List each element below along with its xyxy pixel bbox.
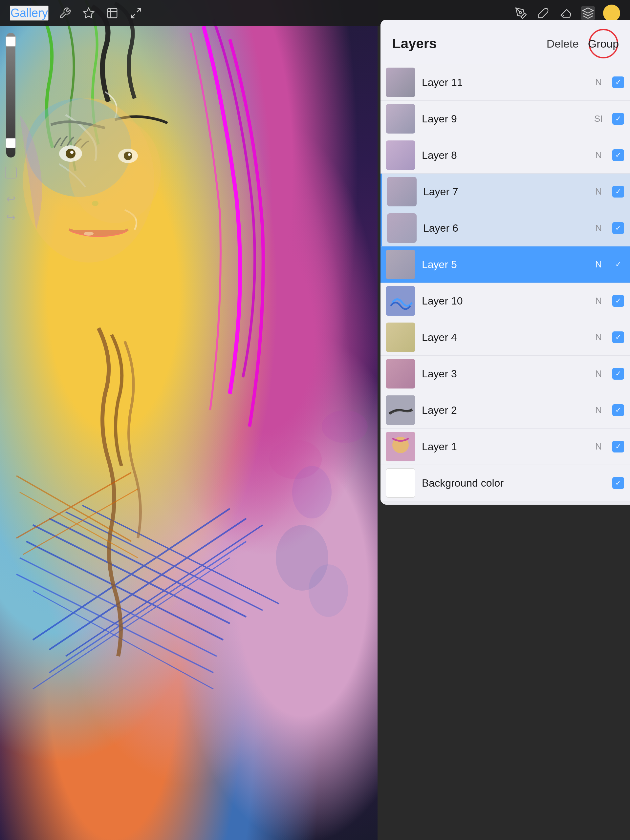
layer-name-background: Background color: [422, 477, 592, 489]
layer-row-layer10[interactable]: Layer 10N✓: [380, 283, 630, 319]
svg-point-36: [519, 11, 521, 13]
layer-blend-layer11: N: [592, 77, 605, 88]
layer-name-layer11: Layer 11: [422, 76, 592, 88]
layer-name-layer8: Layer 8: [422, 149, 592, 161]
layer-name-layer1: Layer 1: [422, 441, 592, 453]
layer-name-layer10: Layer 10: [422, 295, 592, 307]
header-actions: Delete Group: [547, 29, 618, 58]
layer-thumb-layer8: [386, 141, 415, 170]
layer-thumb-layer2: [386, 395, 415, 425]
gallery-button[interactable]: Gallery: [10, 6, 49, 21]
layer-blend-layer9: SI: [592, 114, 605, 124]
layer-visibility-layer5[interactable]: ✓: [612, 258, 625, 271]
left-sidebar: ↩ ↪: [0, 26, 21, 224]
layer-name-layer3: Layer 3: [422, 368, 592, 380]
opacity-slider[interactable]: [6, 33, 16, 158]
layer-row-layer11[interactable]: Layer 11N✓: [380, 64, 630, 101]
layer-row-layer9[interactable]: Layer 9SI✓: [380, 101, 630, 137]
layer-name-layer5: Layer 5: [422, 259, 592, 271]
layer-row-layer2[interactable]: Layer 2N✓: [380, 392, 630, 428]
artwork: [0, 0, 378, 840]
eraser-tool[interactable]: [559, 6, 573, 21]
toolbar-left: Gallery: [10, 6, 143, 21]
layer-blend-layer3: N: [592, 368, 605, 379]
brush-tool[interactable]: [514, 6, 528, 21]
layers-panel: Layers Delete Group Layer 11N✓Layer 9SI✓…: [380, 20, 630, 505]
layer-visibility-layer4[interactable]: ✓: [612, 331, 625, 344]
undo-button[interactable]: ↩: [4, 192, 18, 206]
svg-marker-37: [583, 8, 593, 13]
layer-thumb-layer9: [386, 104, 415, 134]
layers-list: Layer 11N✓Layer 9SI✓Layer 8N✓Layer 7N✓La…: [380, 64, 630, 501]
layer-thumb-layer4: [386, 322, 415, 352]
wrench-tool[interactable]: [58, 6, 72, 21]
layer-visibility-layer6[interactable]: ✓: [612, 221, 625, 235]
layer-blend-layer10: N: [592, 296, 605, 306]
layer-row-layer3[interactable]: Layer 3N✓: [380, 356, 630, 392]
layer-thumb-layer1: [386, 432, 415, 461]
colors-tool[interactable]: [603, 5, 620, 22]
layer-thumb-layer7: [387, 177, 416, 206]
redo-button[interactable]: ↪: [4, 210, 18, 224]
undo-redo-group: ↩ ↪: [4, 192, 18, 224]
layer-visibility-layer7[interactable]: ✓: [612, 185, 625, 198]
layer-name-layer7: Layer 7: [423, 186, 592, 198]
layer-blend-layer1: N: [592, 441, 605, 452]
toolbar-right: [514, 5, 620, 22]
layer-row-layer4[interactable]: Layer 4N✓: [380, 319, 630, 356]
layer-row-layer1[interactable]: Layer 1N✓: [380, 428, 630, 465]
svg-marker-33: [83, 8, 94, 18]
layer-visibility-background[interactable]: ✓: [612, 477, 625, 489]
layer-thumb-layer3: [386, 359, 415, 388]
layer-blend-layer2: N: [592, 405, 605, 415]
layers-header: Layers Delete Group: [380, 20, 630, 64]
opacity-thumb[interactable]: [6, 36, 16, 47]
selection-tool[interactable]: [105, 6, 119, 21]
layers-title: Layers: [392, 36, 437, 52]
layer-row-layer7[interactable]: Layer 7N✓: [380, 174, 630, 210]
layer-thumb-background: [386, 468, 415, 498]
layers-tool[interactable]: [581, 6, 595, 21]
layer-blend-layer8: N: [592, 150, 605, 161]
modifier-checkbox[interactable]: [5, 167, 17, 178]
layer-name-layer6: Layer 6: [423, 222, 592, 234]
svg-line-35: [131, 14, 135, 18]
layer-thumb-layer6: [387, 213, 416, 243]
transform-tool[interactable]: [129, 6, 143, 21]
layer-thumb-layer10: [386, 286, 415, 316]
layer-thumb-layer11: [386, 68, 415, 97]
layer-name-layer9: Layer 9: [422, 113, 592, 125]
layer-row-layer8[interactable]: Layer 8N✓: [380, 137, 630, 174]
smudge-tool[interactable]: [536, 6, 551, 21]
layer-visibility-layer8[interactable]: ✓: [612, 148, 625, 162]
layer-blend-layer6: N: [592, 223, 605, 233]
layer-row-layer5[interactable]: Layer 5N✓: [380, 246, 630, 283]
layer-blend-layer7: N: [592, 186, 605, 197]
layer-visibility-layer1[interactable]: ✓: [612, 440, 625, 453]
layer-blend-layer5: N: [592, 259, 605, 270]
size-thumb[interactable]: [6, 138, 16, 148]
layer-visibility-layer3[interactable]: ✓: [612, 367, 625, 380]
layer-blend-layer4: N: [592, 332, 605, 343]
svg-line-34: [137, 8, 141, 12]
delete-button[interactable]: Delete: [547, 38, 579, 50]
layer-visibility-layer9[interactable]: ✓: [612, 112, 625, 125]
layer-name-layer4: Layer 4: [422, 332, 592, 344]
group-button[interactable]: Group: [589, 29, 618, 58]
opacity-slider-container: [5, 33, 17, 178]
layer-row-background[interactable]: Background color✓: [380, 465, 630, 501]
layer-row-layer6[interactable]: Layer 6N✓: [380, 210, 630, 246]
layer-thumb-layer5: [386, 250, 415, 279]
layer-visibility-layer10[interactable]: ✓: [612, 294, 625, 308]
layer-name-layer2: Layer 2: [422, 404, 592, 416]
layer-visibility-layer11[interactable]: ✓: [612, 76, 625, 89]
adjust-tool[interactable]: [81, 6, 96, 21]
layer-visibility-layer2[interactable]: ✓: [612, 404, 625, 417]
